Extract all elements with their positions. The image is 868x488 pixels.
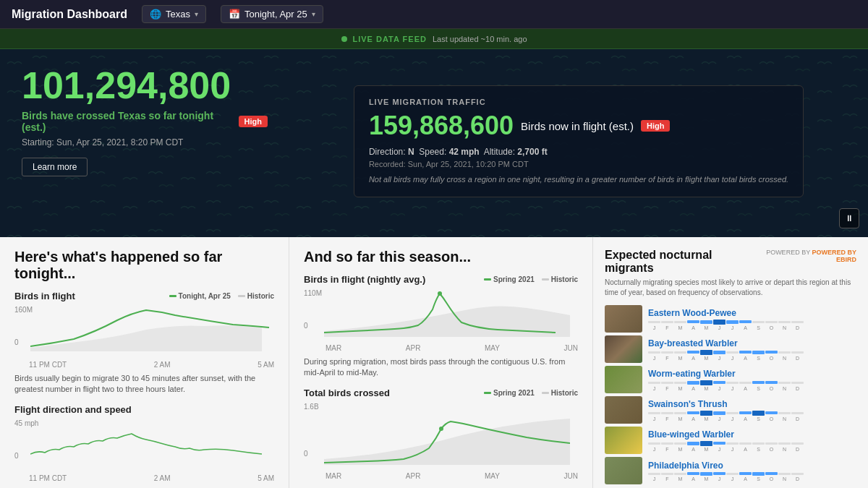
traffic-number-row: 159,868,600 Birds now in flight (est.) H… [369,111,788,141]
bird-thumbnail [605,457,642,484]
live-banner: LIVE DATA FEED Last updated ~10 min. ago [0,29,868,49]
bird-name[interactable]: Blue-winged Warbler [648,429,856,440]
legend-dot-gray [238,295,245,297]
bird-thumbnail [605,335,642,363]
panel-center-heading: And so far this season... [304,249,578,265]
total-birds-legend: Spring 2021 Historic [484,389,578,397]
bird-bar-row [648,411,856,416]
bird-thumbnail [605,427,642,454]
chart-x-labels-1: 11 PM CDT 2 AM 5 AM [14,361,274,369]
bird-info: Bay-breasted WarblerJFMAMJJASOND [648,338,856,361]
bird-list-item: Eastern Wood-PeweeJFMAMJJASOND [605,305,856,333]
bird-name[interactable]: Bay-breasted Warbler [648,338,856,348]
bird-list: Eastern Wood-PeweeJFMAMJJASONDBay-breast… [605,305,856,484]
bird-list-item: Swainson's ThrushJFMAMJJASOND [605,396,856,424]
panel-center: And so far this season... Birds in fligh… [289,237,593,488]
chart-x-labels-2: 11 PM CDT 2 AM 5 AM [14,474,274,482]
bird-name[interactable]: Eastern Wood-Pewee [648,308,856,318]
live-updated-text: Last updated ~10 min. ago [433,35,527,43]
birds-in-flight-title: Birds in flight Tonight, Apr 25 Historic [14,291,274,301]
panel-right: Expected nocturnal migrants POWERED BY P… [593,237,868,488]
birds-flight-svg [30,304,276,351]
bird-list-item: Blue-winged WarblerJFMAMJJASOND [605,427,856,454]
bird-bar-row [648,380,856,385]
total-birds-chart: 1.6B 0 [304,401,578,466]
svg-point-2 [439,427,443,431]
bird-info: Blue-winged WarblerJFMAMJJASOND [648,429,856,452]
nightly-avg-desc: During spring migration, most birds pass… [304,356,578,379]
traffic-note: Not all birds may fully cross a region i… [369,174,788,185]
nightly-avg-svg [324,288,570,337]
traffic-details: Direction: N Speed: 42 mph Altitude: 2,7… [369,147,788,157]
legend-spring-2021: Spring 2021 [484,275,535,283]
svg-point-1 [438,291,442,296]
legend-spring-2021-total: Spring 2021 [484,389,535,397]
bird-info: Worm-eating WarblerJFMAMJJASOND [648,369,856,391]
date-label: Tonight, Apr 25 [244,9,307,20]
panel-right-sub: Nocturnally migrating species most likel… [605,278,856,298]
hero-left-panel: 101,294,800 Birds have crossed Texas so … [0,49,289,237]
powered-by: POWERED BY POWERED BY EBIRD [752,249,856,263]
app-title: Migration Dashboard [12,8,127,21]
traffic-card-title: LIVE MIGRATION TRAFFIC [369,98,788,106]
chart-center-x-labels-2: MAR APR MAY JUN [304,472,578,480]
traffic-card: LIVE MIGRATION TRAFFIC 159,868,600 Birds… [354,85,804,197]
live-label: LIVE DATA FEED [353,35,427,43]
birds-flight-desc: Birds usually begin to migrate 30 to 45 … [14,373,274,395]
flight-dir-svg [30,418,276,465]
bird-info: Swainson's ThrushJFMAMJJASOND [648,399,856,421]
nightly-avg-title: Birds in flight (nightly avg.) Spring 20… [304,274,578,285]
legend-center-historic: Historic [542,275,578,283]
pause-button[interactable]: ⏸ [839,208,859,228]
total-birds-svg [324,401,570,465]
chart-y-zero-1: 0 [14,338,19,346]
bird-thumbnail [605,366,642,393]
hero-section: 101,294,800 Birds have crossed Texas so … [0,49,868,237]
bird-list-item: Bay-breasted WarblerJFMAMJJASOND [605,335,856,363]
bird-name[interactable]: Philadelphia Vireo [648,461,856,471]
birds-crossed-label: Birds have crossed Texas so far tonight … [22,110,268,133]
bird-name[interactable]: Worm-eating Warbler [648,369,856,379]
region-dropdown[interactable]: 🌐 Texas ▾ [142,5,206,23]
legend-dot-gray-total [542,392,549,394]
birds-crossed-number: 101,294,800 [22,67,268,104]
app-header: Migration Dashboard 🌐 Texas ▾ 📅 Tonight,… [0,0,868,29]
legend-historic-total: Historic [542,389,578,397]
traffic-recorded: Recorded: Sun, Apr 25, 2021, 10:20 PM CD… [369,160,788,168]
chart-center-y-max-2: 1.6B [304,403,319,411]
bird-bar-row [648,472,856,476]
live-indicator-dot [341,36,347,42]
chevron-down-icon-2: ▾ [312,10,315,18]
panel-left-heading: Here's what's happened so far tonight... [14,249,274,282]
bird-list-item: Philadelphia VireoJFMAMJJASOND [605,457,856,484]
bird-name[interactable]: Swainson's Thrush [648,399,856,409]
month-labels: JFMAMJJASOND [648,476,856,481]
chart-center-y-zero-1: 0 [304,322,308,330]
traffic-high-badge: High [641,120,670,132]
chart-center-y-max-1: 110M [304,289,322,297]
bird-info: Philadelphia VireoJFMAMJJASOND [648,461,856,481]
bird-info: Eastern Wood-PeweeJFMAMJJASOND [648,308,856,330]
chevron-down-icon: ▾ [195,10,198,18]
chart-y-zero-2: 0 [14,452,19,460]
legend-dot-spring-total [484,392,491,394]
bird-thumbnail [605,305,642,333]
hero-date: Starting: Sun, Apr 25, 2021, 8:20 PM CDT [22,137,268,147]
traffic-speed: 42 mph [449,147,480,157]
legend-dot-spring [484,278,491,281]
high-badge: High [239,116,268,127]
nightly-avg-legend: Spring 2021 Historic [484,275,578,283]
month-labels: JFMAMJJASOND [648,447,856,452]
month-labels: JFMAMJJASOND [648,356,856,361]
learn-more-button[interactable]: Learn more [22,158,88,176]
bird-bar-row [648,441,856,446]
date-dropdown[interactable]: 📅 Tonight, Apr 25 ▾ [221,5,323,23]
traffic-altitude: 2,700 ft [517,147,547,157]
nightly-avg-chart: 110M 0 [304,288,578,338]
month-labels: JFMAMJJASOND [648,325,856,330]
traffic-direction: N [408,147,414,157]
bird-thumbnail [605,396,642,424]
chart-center-y-zero-2: 0 [304,450,308,458]
legend-dot-green [169,295,176,297]
bird-bar-row [648,350,856,355]
